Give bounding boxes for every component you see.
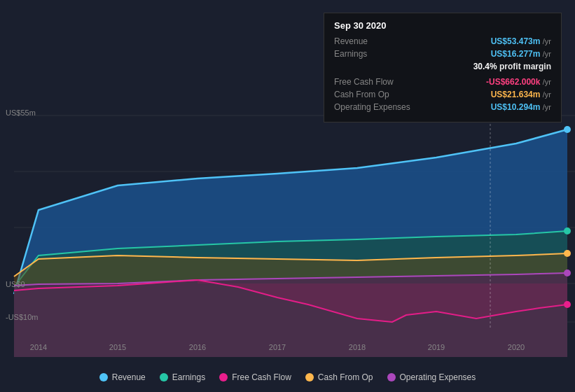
legend-cashop[interactable]: Cash From Op xyxy=(305,372,373,382)
tooltip-revenue-value: US$53.473m /yr xyxy=(491,36,551,46)
legend-fcf-dot xyxy=(219,373,228,382)
legend-fcf[interactable]: Free Cash Flow xyxy=(219,372,291,382)
tooltip-earnings-row: Earnings US$16.277m /yr xyxy=(334,49,551,59)
legend-revenue-dot xyxy=(99,373,108,382)
tooltip-earnings-label: Earnings xyxy=(334,49,418,59)
tooltip-margin-value: 30.4% profit margin xyxy=(473,62,551,71)
legend-revenue-label: Revenue xyxy=(112,372,146,382)
tooltip-title: Sep 30 2020 xyxy=(334,20,551,31)
x-label-2015: 2015 xyxy=(109,343,126,351)
legend-opex-dot xyxy=(387,373,396,382)
x-label-2017: 2017 xyxy=(269,343,286,351)
legend-cashop-label: Cash From Op xyxy=(318,372,373,382)
tooltip-cashop-label: Cash From Op xyxy=(334,90,418,99)
x-label-2019: 2019 xyxy=(428,343,445,351)
legend-opex-label: Operating Expenses xyxy=(400,372,476,382)
legend-earnings-dot xyxy=(160,373,168,382)
legend-revenue[interactable]: Revenue xyxy=(99,372,146,382)
x-label-2016: 2016 xyxy=(189,343,206,351)
tooltip-fcf-row: Free Cash Flow -US$662.000k /yr xyxy=(334,77,551,87)
legend-opex[interactable]: Operating Expenses xyxy=(387,372,476,382)
tooltip-revenue-row: Revenue US$53.473m /yr xyxy=(334,36,551,46)
x-label-2018: 2018 xyxy=(349,343,366,351)
svg-point-6 xyxy=(564,126,571,133)
legend-earnings-label: Earnings xyxy=(172,372,205,382)
svg-point-7 xyxy=(564,227,571,234)
tooltip-opex-label: Operating Expenses xyxy=(334,102,418,112)
svg-point-9 xyxy=(564,270,571,276)
y-label-neg10m: -US$10m xyxy=(6,313,38,321)
legend-earnings[interactable]: Earnings xyxy=(160,372,205,382)
tooltip-cashop-row: Cash From Op US$21.634m /yr xyxy=(334,90,551,99)
tooltip-cashop-value: US$21.634m /yr xyxy=(491,90,551,99)
chart-legend: Revenue Earnings Free Cash Flow Cash Fro… xyxy=(0,372,575,382)
tooltip-revenue-label: Revenue xyxy=(334,36,418,46)
svg-point-8 xyxy=(564,250,571,257)
chart-container: US$55m US$0 -US$10m 2014 2015 2016 2017 … xyxy=(0,0,575,392)
tooltip-earnings-value: US$16.277m /yr xyxy=(491,49,551,59)
tooltip-opex-value: US$10.294m /yr xyxy=(491,102,551,112)
tooltip-box: Sep 30 2020 Revenue US$53.473m /yr Earni… xyxy=(324,13,562,122)
legend-fcf-label: Free Cash Flow xyxy=(232,372,291,382)
tooltip-margin-row: 30.4% profit margin xyxy=(334,62,551,74)
svg-point-10 xyxy=(564,301,571,308)
y-label-0: US$0 xyxy=(6,280,25,288)
y-label-55m: US$55m xyxy=(6,108,36,117)
legend-cashop-dot xyxy=(305,373,314,382)
tooltip-fcf-value: -US$662.000k /yr xyxy=(486,77,551,87)
tooltip-opex-row: Operating Expenses US$10.294m /yr xyxy=(334,102,551,112)
tooltip-fcf-label: Free Cash Flow xyxy=(334,77,418,87)
x-label-2020: 2020 xyxy=(508,343,525,351)
x-label-2014: 2014 xyxy=(30,343,47,351)
